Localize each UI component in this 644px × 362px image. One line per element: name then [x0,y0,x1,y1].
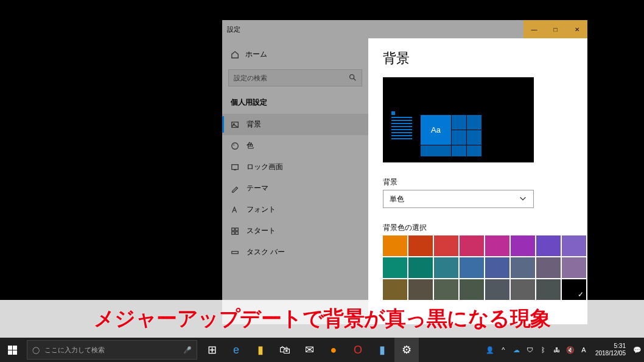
color-swatch[interactable] [485,257,509,278]
color-swatch[interactable] [511,235,535,256]
search-placeholder: 設定の検索 [234,74,267,83]
taskbar: ◯ ここに入力して検索 🎤 ⊞ e ▮ 🛍 ✉ ● O ▮ ⚙ 👤 ^ ☁ 🛡 … [0,338,644,362]
sidebar-item-テーマ[interactable]: テーマ [222,178,368,199]
sidebar-item-色[interactable]: 色 [222,135,368,156]
mail-icon[interactable]: ✉ [297,338,321,362]
video-caption: メジャーアップデートで背景が真っ黒になる現象 [0,300,644,338]
page-heading: 背景 [383,49,573,68]
settings-icon[interactable]: ⚙ [394,338,419,362]
color-swatch[interactable] [383,279,407,300]
firefox-icon[interactable]: ● [321,338,346,362]
color-swatch[interactable] [383,257,407,278]
color-swatch[interactable] [511,257,535,278]
tray-chevron-icon[interactable]: ^ [497,338,510,362]
svg-point-3 [232,142,239,149]
color-swatch[interactable] [408,279,433,300]
wordpad-icon[interactable]: ▮ [370,338,394,362]
volume-icon[interactable]: 🔇 [564,338,577,362]
sidebar-item-label: タスク バー [247,247,285,257]
minimize-button[interactable]: — [523,20,545,38]
start-icon [231,227,239,235]
taskbar-search[interactable]: ◯ ここに入力して検索 🎤 [27,340,197,360]
svg-rect-5 [232,164,239,169]
background-dropdown[interactable]: 単色 [383,190,534,208]
defender-icon[interactable]: 🛡 [523,338,537,362]
sidebar-item-label: 色 [247,141,254,151]
window-controls: — □ ✕ [523,20,587,38]
svg-rect-10 [232,251,239,254]
color-swatch[interactable] [460,235,484,256]
ime-icon[interactable]: A [577,338,590,362]
color-swatch[interactable] [434,257,458,278]
search-input[interactable]: 設定の検索 [228,69,362,86]
store-icon[interactable]: 🛍 [273,338,297,362]
color-swatch[interactable] [460,279,484,300]
color-swatch[interactable] [485,279,509,300]
opera-icon[interactable]: O [346,338,370,362]
search-icon [348,73,357,83]
palette-icon [231,142,239,150]
bluetooth-icon[interactable]: ᛒ [537,338,550,362]
edge-icon[interactable]: e [224,338,248,362]
start-button[interactable] [0,338,24,362]
color-swatch[interactable] [511,279,535,300]
color-swatch[interactable] [562,257,586,278]
system-tray: 👤 ^ ☁ 🛡 ᛒ 🖧 🔇 A 5:31 2018/12/05 💬 [483,338,644,362]
color-swatch[interactable] [536,279,561,300]
preview-tile-big: Aa [421,115,451,145]
color-swatch[interactable] [536,235,561,256]
color-grid [383,235,573,300]
sidebar-category: 個人用設定 [222,91,368,114]
onedrive-icon[interactable]: ☁ [510,338,523,362]
svg-rect-9 [236,231,238,234]
sidebar-item-スタート[interactable]: スタート [222,220,368,242]
sidebar-item-タスク バー[interactable]: タスク バー [222,242,368,263]
image-icon [231,120,239,129]
sidebar-item-ロック画面[interactable]: ロック画面 [222,156,368,178]
clock-date: 2018/12/05 [595,350,626,357]
svg-point-0 [350,75,354,79]
color-grid-label: 背景色の選択 [383,223,573,233]
home-icon [231,50,239,59]
sidebar-item-フォント[interactable]: フォント [222,199,368,220]
task-view-button[interactable]: ⊞ [200,338,224,362]
color-swatch[interactable] [434,279,458,300]
sidebar-item-label: 背景 [247,119,261,130]
color-swatch[interactable] [383,235,407,256]
color-swatch[interactable] [562,235,586,256]
color-swatch[interactable] [434,235,458,256]
sidebar-item-label: テーマ [247,183,268,193]
close-button[interactable]: ✕ [566,20,587,38]
color-swatch[interactable] [562,279,586,300]
color-swatch[interactable] [536,257,561,278]
color-swatch[interactable] [408,235,433,256]
lockscreen-icon [231,163,239,172]
color-swatch[interactable] [408,257,433,278]
settings-window: 設定 — □ ✕ ホーム 設定の検索 個人用設定 [222,20,587,324]
home-link[interactable]: ホーム [222,44,368,64]
svg-rect-8 [232,231,234,234]
clock[interactable]: 5:31 2018/12/05 [590,343,631,357]
svg-rect-7 [236,228,238,230]
windows-logo-icon [8,346,17,355]
content-panel: 背景 Aa 背景 単色 背景色の選択 [368,38,587,324]
network-icon[interactable]: 🖧 [550,338,564,362]
svg-point-4 [233,144,234,145]
action-center-icon[interactable]: 💬 [631,338,644,362]
taskbar-search-placeholder: ここに入力して検索 [44,346,105,355]
font-icon [231,206,239,214]
theme-icon [231,184,239,193]
sidebar-item-label: スタート [247,226,276,236]
maximize-button[interactable]: □ [545,20,566,38]
color-swatch[interactable] [485,235,509,256]
sidebar-item-背景[interactable]: 背景 [222,114,368,135]
titlebar: 設定 — □ ✕ [222,20,587,38]
file-explorer-icon[interactable]: ▮ [248,338,273,362]
svg-rect-6 [232,228,234,230]
color-swatch[interactable] [460,257,484,278]
home-label: ホーム [245,49,267,60]
sidebar-item-label: ロック画面 [247,162,283,172]
cortana-icon: ◯ [32,346,40,354]
people-icon[interactable]: 👤 [483,338,497,362]
chevron-down-icon [519,194,527,204]
